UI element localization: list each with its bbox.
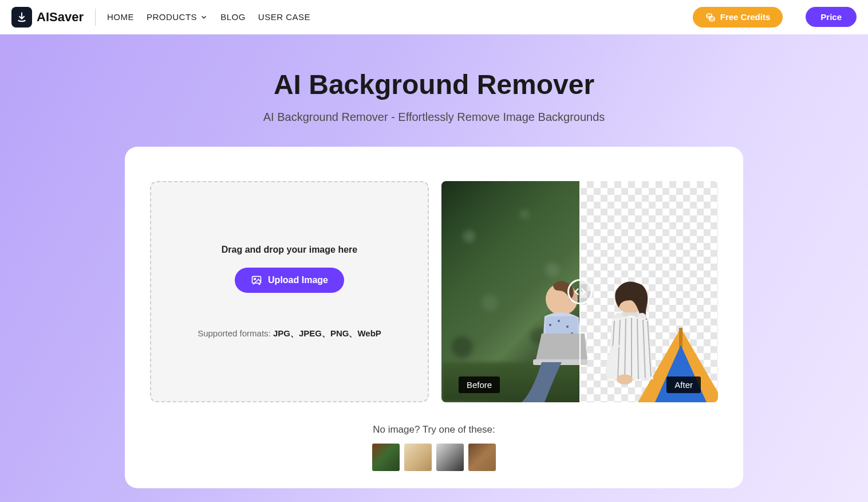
sample-image-3[interactable]	[436, 444, 464, 471]
nav-usercase[interactable]: USER CASE	[258, 12, 310, 22]
after-label: After	[666, 376, 701, 393]
hero: AI Background Remover AI Background Remo…	[0, 34, 868, 502]
brand-text: AISaver	[37, 10, 84, 25]
page-subtitle: AI Background Remover - Effortlessly Rem…	[0, 111, 868, 124]
nav-products[interactable]: PRODUCTS	[147, 12, 208, 22]
price-label: Price	[820, 12, 842, 22]
image-upload-icon	[251, 274, 262, 286]
svg-point-3	[254, 278, 256, 280]
divider	[95, 9, 96, 26]
drop-zone[interactable]: Drag and drop your image here Upload Ima…	[150, 181, 429, 402]
sample-image-1[interactable]	[372, 444, 400, 471]
svg-point-7	[558, 320, 560, 322]
svg-point-26	[617, 374, 633, 385]
before-after-preview: Before After	[441, 181, 718, 402]
formats-prefix: Supported formats:	[198, 328, 273, 338]
nav-blog[interactable]: BLOG	[220, 12, 246, 22]
card-row: Drag and drop your image here Upload Ima…	[150, 181, 718, 402]
free-credits-button[interactable]: Free Credits	[693, 7, 783, 28]
sample-image-2[interactable]	[404, 444, 432, 471]
header: AISaver HOME PRODUCTS BLOG USER CASE Fre…	[0, 0, 868, 34]
svg-point-8	[566, 325, 569, 328]
upload-button[interactable]: Upload Image	[235, 268, 344, 293]
price-button[interactable]: Price	[806, 7, 857, 27]
supported-formats: Supported formats: JPG、JPEG、PNG、WebP	[198, 328, 381, 339]
samples-text: No image? Try one of these:	[150, 424, 718, 436]
drop-text: Drag and drop your image here	[222, 245, 357, 255]
main-card: Drag and drop your image here Upload Ima…	[125, 147, 743, 488]
nav: HOME PRODUCTS BLOG USER CASE	[107, 12, 310, 22]
svg-point-6	[549, 324, 551, 326]
logo-icon	[11, 7, 32, 28]
coins-icon	[705, 12, 716, 22]
formats-list: JPG、JPEG、PNG、WebP	[273, 328, 381, 338]
nav-products-label: PRODUCTS	[147, 12, 197, 22]
logo[interactable]: AISaver	[11, 7, 84, 28]
compare-slider-handle[interactable]	[567, 279, 593, 304]
upload-button-label: Upload Image	[268, 275, 328, 285]
samples: No image? Try one of these:	[150, 424, 718, 471]
svg-point-0	[707, 14, 712, 17]
free-credits-label: Free Credits	[720, 12, 771, 22]
nav-home[interactable]: HOME	[107, 12, 134, 22]
chevron-down-icon	[200, 13, 208, 21]
sample-row	[150, 444, 718, 471]
sample-image-4[interactable]	[468, 444, 496, 471]
before-label: Before	[459, 376, 500, 393]
arrows-horizontal-icon	[574, 285, 586, 298]
page-title: AI Background Remover	[0, 69, 868, 100]
